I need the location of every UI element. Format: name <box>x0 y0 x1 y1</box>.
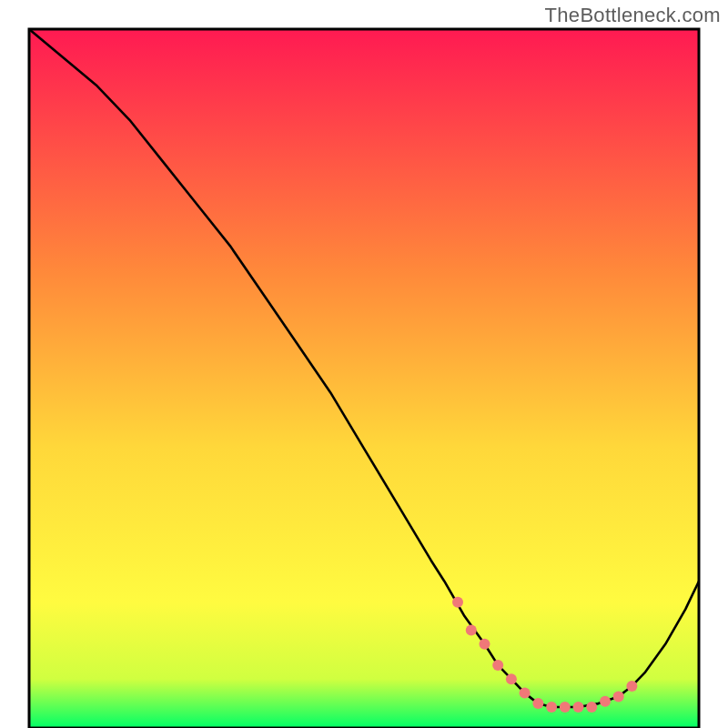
chart-canvas: TheBottleneck.com <box>0 0 728 728</box>
marker-point <box>546 702 557 713</box>
marker-point <box>480 639 490 650</box>
marker-point <box>586 702 597 713</box>
marker-point <box>626 681 637 692</box>
chart-svg <box>0 0 728 728</box>
marker-point <box>466 625 477 636</box>
marker-point <box>600 696 611 707</box>
marker-point <box>613 691 624 702</box>
marker-point <box>520 688 531 699</box>
gradient-background <box>29 29 699 728</box>
marker-point <box>452 597 463 608</box>
marker-point <box>560 702 571 713</box>
marker-point <box>573 702 584 713</box>
marker-point <box>506 673 517 684</box>
marker-point <box>492 660 503 671</box>
marker-point <box>532 698 543 709</box>
